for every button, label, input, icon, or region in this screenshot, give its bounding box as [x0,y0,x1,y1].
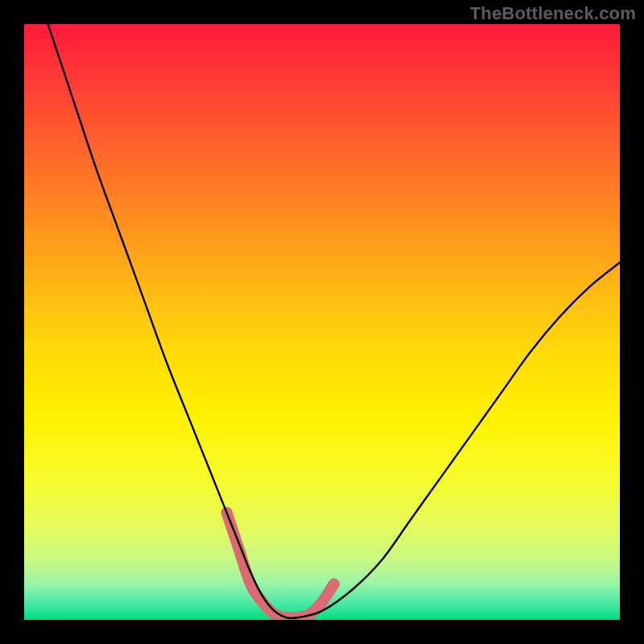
bottleneck-chart [24,24,620,620]
optimal-band-endpoint [328,579,340,590]
gradient-background [24,24,620,620]
watermark-text: TheBottleneck.com [470,3,636,24]
chart-frame: TheBottleneck.com [0,0,644,644]
plot-area [24,24,620,620]
